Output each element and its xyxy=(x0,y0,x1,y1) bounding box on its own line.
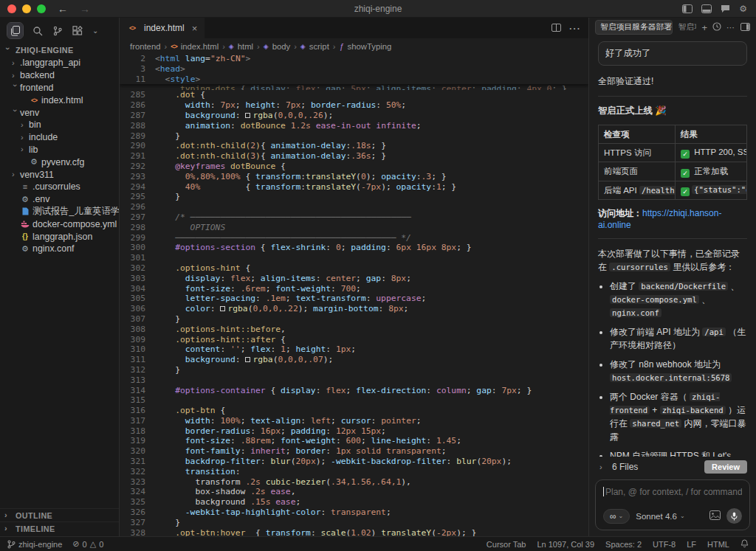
breadcrumb-item[interactable]: index.html xyxy=(181,42,219,51)
tree-item[interactable]: ≡.cursorrules xyxy=(0,181,119,193)
code-line: 309 .options-hint::after { xyxy=(120,335,588,345)
code-line: 320 font-family: inherit; border: 1px so… xyxy=(120,446,588,457)
line-number: 314 xyxy=(120,386,155,396)
cursor-position[interactable]: Ln 1097, Col 39 xyxy=(537,540,594,549)
tree-item[interactable]: <>index.html xyxy=(0,94,119,106)
breadcrumb-item[interactable]: html xyxy=(238,42,253,51)
chat-input[interactable]: Plan, @ for context, / for commands ∞ ⌄ … xyxy=(595,479,750,530)
chat-more-icon[interactable]: ⋯ xyxy=(726,24,735,32)
line-number: 318 xyxy=(120,426,155,437)
editor-more-actions-icon[interactable]: ⋯ xyxy=(568,21,581,35)
source-control-icon[interactable] xyxy=(52,26,63,36)
code-line: 290 .dot:nth-child(2){ animation-delay:.… xyxy=(120,141,588,151)
line-number: 299 xyxy=(120,233,155,243)
tree-item[interactable]: docker-compose.yml xyxy=(0,218,119,230)
code-line: 313 xyxy=(120,375,588,386)
window-title: zhiqi-engine xyxy=(0,4,756,14)
breadcrumb-item[interactable]: frontend xyxy=(130,42,160,51)
html-file-icon: <> xyxy=(171,43,177,50)
breadcrumb-item[interactable]: script xyxy=(309,42,329,51)
errors-icon: ⊘ xyxy=(72,539,79,549)
files-count: 6 Files xyxy=(612,462,638,472)
microphone-icon[interactable] xyxy=(726,508,742,524)
more-views-chevron-icon[interactable]: ⌄ xyxy=(92,27,98,35)
tree-item[interactable]: 测试报告_儿童英语学习App.... xyxy=(0,206,119,218)
tree-item[interactable]: ›venv311 xyxy=(0,168,119,181)
tab-index-html[interactable]: <> index.html × xyxy=(120,18,205,38)
history-clock-icon[interactable] xyxy=(712,22,721,32)
status-bar: zhiqi-engine ⊘ 0 △ 0 Cursor Tab Ln 1097,… xyxy=(0,536,756,551)
chevron-right-icon: › xyxy=(4,524,13,533)
settings-gear-icon[interactable]: ⚙ xyxy=(739,4,747,13)
search-icon[interactable] xyxy=(32,26,43,36)
tree-item[interactable]: ⚙.env xyxy=(0,193,119,206)
outline-section[interactable]: › OUTLINE xyxy=(0,508,119,521)
chat-tab-active[interactable]: 智启项目服务器部署方案 xyxy=(595,20,673,35)
inline-code: nginx.conf xyxy=(610,308,662,317)
tree-item[interactable]: ›lib xyxy=(0,144,119,156)
line-number: 323 xyxy=(120,477,155,488)
breadcrumb-separator: › xyxy=(164,42,167,51)
notifications-bell-icon[interactable] xyxy=(740,539,749,550)
check-icon: ✓ xyxy=(681,169,690,178)
review-button[interactable]: Review xyxy=(704,460,747,474)
tree-item[interactable]: ⚙pyvenv.cfg xyxy=(0,156,119,168)
tree-item[interactable]: {}langgraph.json xyxy=(0,230,119,243)
toggle-sidebar-icon[interactable] xyxy=(682,4,693,13)
line-number: 312 xyxy=(120,365,155,375)
tree-item-label: nginx.conf xyxy=(32,243,74,254)
new-chat-icon[interactable]: + xyxy=(701,23,707,32)
line-number: 311 xyxy=(120,355,155,365)
line-number: 322 xyxy=(120,467,155,477)
code-line: 307 } xyxy=(120,314,588,325)
chat-tab-partial[interactable]: 智启项 xyxy=(678,22,696,32)
split-editor-icon[interactable] xyxy=(551,21,561,35)
tree-item[interactable]: ›bin xyxy=(0,119,119,131)
code-line: 3<head> xyxy=(120,64,588,74)
docker-icon xyxy=(20,221,30,228)
chat-bubble-icon[interactable] xyxy=(721,4,730,13)
tree-item[interactable]: ›backend xyxy=(0,69,119,82)
language-mode[interactable]: HTML xyxy=(707,540,729,549)
attach-image-icon[interactable] xyxy=(709,510,721,523)
explorer-icon[interactable] xyxy=(7,23,23,38)
eol-status[interactable]: LF xyxy=(687,540,696,549)
close-tab-icon[interactable]: × xyxy=(192,23,198,34)
branch-indicator[interactable]: zhiqi-engine xyxy=(7,540,62,549)
breadcrumb[interactable]: frontend›<>index.html›◈html›◈body›◈scrip… xyxy=(120,38,588,54)
toggle-secondary-sidebar-icon[interactable] xyxy=(740,23,750,32)
explorer-root-header[interactable]: › ZHIQI-ENGINE xyxy=(0,43,119,57)
extensions-icon[interactable] xyxy=(72,26,83,36)
model-picker[interactable]: Sonnet 4.6 ⌄ xyxy=(636,512,684,521)
tree-item[interactable]: ›include xyxy=(0,131,119,144)
line-number: 291 xyxy=(120,151,155,162)
indentation-status[interactable]: Spaces: 2 xyxy=(605,540,642,549)
tree-item[interactable]: ›venv xyxy=(0,106,119,119)
line-number: 296 xyxy=(120,202,155,212)
breadcrumb-item[interactable]: showTyping xyxy=(348,42,392,51)
chat-messages[interactable]: 好了成功了 全部验证通过! 智启正式上线 🎉 检查项结果 HTTPS 访问✓ H… xyxy=(589,37,756,457)
tree-item[interactable]: ⚙nginx.conf xyxy=(0,243,119,255)
code-line: 302 .options-hint { xyxy=(120,263,588,274)
breadcrumb-item[interactable]: body xyxy=(272,42,291,51)
cursor-tab-status[interactable]: Cursor Tab xyxy=(487,540,526,549)
timeline-section[interactable]: › TIMELINE xyxy=(0,521,119,535)
deploy-address: 访问地址：https://zhiqi.hanson-ai.online xyxy=(598,207,747,230)
toggle-panel-icon[interactable] xyxy=(701,4,712,13)
changed-files-row[interactable]: › 6 Files Review xyxy=(589,457,756,478)
agent-mode-picker[interactable]: ∞ ⌄ xyxy=(603,509,630,524)
encoding-status[interactable]: UTF-8 xyxy=(653,540,676,549)
tree-item[interactable]: ›.langgraph_api xyxy=(0,57,119,69)
symbol-element-icon: ◈ xyxy=(264,43,269,50)
html-file-icon: <> xyxy=(127,25,137,32)
tree-item-label: frontend xyxy=(20,83,53,93)
inline-code: /api xyxy=(702,328,726,336)
code-line: 327 } xyxy=(120,518,588,528)
code-editor[interactable]: 2<html lang="zh-CN">3<head>11 <style> .t… xyxy=(120,54,588,536)
problems-indicator[interactable]: ⊘ 0 △ 0 xyxy=(72,539,103,549)
chevron-icon: › xyxy=(11,85,19,93)
tree-item[interactable]: ›frontend xyxy=(0,82,119,94)
line-number: 287 xyxy=(120,111,155,121)
line-number: 325 xyxy=(120,497,155,507)
code-line: 292 @keyframes dotBounce { xyxy=(120,162,588,172)
